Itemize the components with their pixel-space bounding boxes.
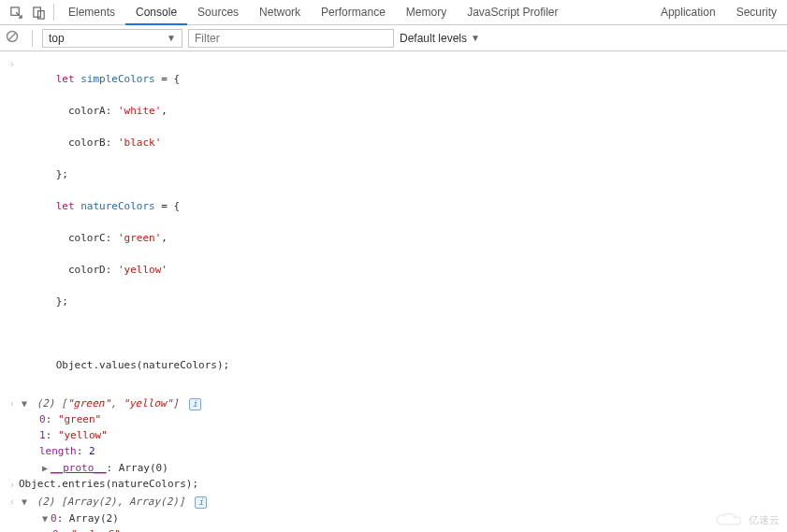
- tab-security[interactable]: Security: [726, 0, 787, 24]
- info-icon[interactable]: i: [195, 496, 207, 509]
- tab-elements[interactable]: Elements: [58, 0, 125, 24]
- console-input[interactable]: › Object.entries(natureColors);: [0, 476, 787, 493]
- result-icon: ‹: [6, 395, 19, 411]
- disclosure-open-icon[interactable]: ▼: [39, 510, 51, 526]
- array-length: length: 2: [0, 443, 787, 459]
- chevron-down-icon: ▼: [167, 33, 176, 43]
- console-result: ‹ ▼ (2) ["green", "yellow"] i: [0, 395, 787, 411]
- array-summary[interactable]: (2) [Array(2), Array(2)]: [36, 496, 185, 508]
- tab-js-profiler[interactable]: JavaScript Profiler: [457, 0, 568, 24]
- tab-performance[interactable]: Performance: [311, 0, 396, 24]
- context-label: top: [49, 32, 65, 45]
- context-select[interactable]: top ▼: [42, 29, 182, 48]
- tab-console[interactable]: Console: [125, 0, 187, 25]
- tab-application[interactable]: Application: [650, 0, 726, 24]
- console-toolbar: top ▼ Default levels ▼: [0, 25, 787, 51]
- separator: [53, 4, 54, 21]
- svg-rect-1: [33, 7, 40, 16]
- info-icon[interactable]: i: [189, 398, 201, 410]
- disclosure-open-icon[interactable]: ▼: [19, 395, 30, 411]
- separator: [32, 30, 33, 47]
- console-output: › let simpleColors = { colorA: 'white', …: [0, 51, 787, 532]
- disclosure-open-icon[interactable]: ▼: [19, 493, 30, 510]
- console-result: ‹ ▼ (2) [Array(2), Array(2)] i: [0, 493, 787, 510]
- watermark: 亿速云: [713, 511, 780, 528]
- device-toggle-icon[interactable]: [27, 0, 50, 24]
- prompt-icon: ›: [6, 55, 19, 72]
- disclosure-closed-icon[interactable]: ▶: [39, 459, 51, 476]
- devtools-tabs: Elements Console Sources Network Perform…: [0, 0, 787, 25]
- array-entry: 0: "colorC": [0, 526, 787, 532]
- tab-memory[interactable]: Memory: [396, 0, 457, 24]
- console-input[interactable]: › let simpleColors = { colorA: 'white', …: [0, 55, 787, 389]
- tab-network[interactable]: Network: [249, 0, 311, 24]
- array-entry: 1: "yellow": [0, 427, 787, 443]
- prompt-icon: ›: [6, 476, 19, 493]
- array-summary[interactable]: (2) ["green", "yellow"]: [36, 397, 179, 410]
- chevron-down-icon: ▼: [471, 33, 480, 43]
- tab-sources[interactable]: Sources: [187, 0, 249, 24]
- filter-input[interactable]: [188, 29, 394, 48]
- result-icon: ‹: [6, 493, 19, 510]
- inspect-icon[interactable]: [5, 0, 27, 24]
- array-proto[interactable]: ▶__proto__: Array(0): [0, 459, 787, 476]
- array-entry: 0: "green": [0, 411, 787, 427]
- clear-console-icon[interactable]: [6, 30, 22, 47]
- nested-array-header[interactable]: ▼0: Array(2): [0, 510, 787, 526]
- log-levels-select[interactable]: Default levels ▼: [400, 32, 480, 45]
